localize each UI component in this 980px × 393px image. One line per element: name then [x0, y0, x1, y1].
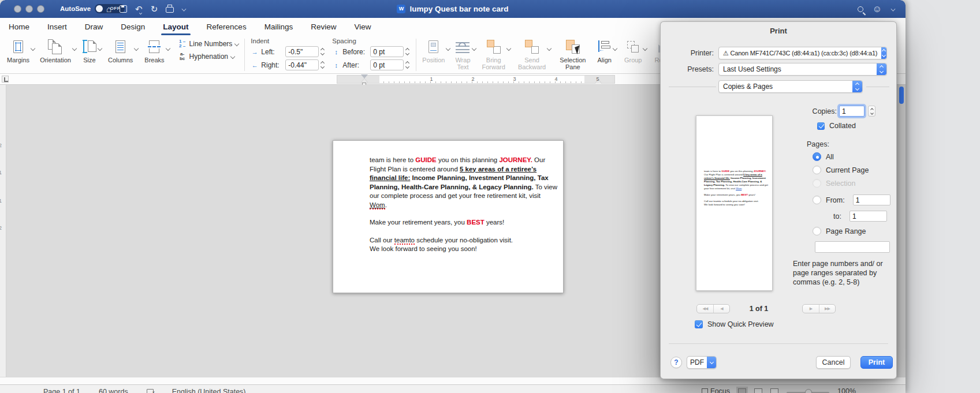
hanging-indent-marker[interactable]: [361, 78, 368, 83]
orientation-icon: [48, 39, 63, 54]
section-divider: [866, 87, 889, 87]
zoom-level[interactable]: 100%: [837, 387, 856, 393]
hyphenation-icon: a- bc: [178, 52, 187, 61]
indent-right-input[interactable]: [285, 59, 319, 70]
spacing-before-input[interactable]: [370, 46, 404, 57]
web-layout-view-button[interactable]: [754, 388, 762, 393]
tab-insert[interactable]: Insert: [47, 19, 68, 35]
page-range-radio[interactable]: [813, 227, 821, 235]
printer-dropdown[interactable]: ⚠ Canon MF741C/743C (d8:44:a1) (ca:cb:3c…: [718, 47, 887, 59]
help-button[interactable]: ?: [670, 357, 682, 368]
chevron-down-icon[interactable]: [182, 7, 187, 12]
ruler-number: 5: [596, 76, 599, 82]
margins-button[interactable]: Margins: [7, 38, 29, 64]
size-button[interactable]: Size: [83, 38, 96, 64]
horizontal-ruler[interactable]: 12345: [337, 75, 615, 84]
group-label: Group: [624, 57, 642, 64]
print-layout-view-button[interactable]: [738, 388, 746, 393]
print-button[interactable]: Print: [860, 356, 893, 369]
text-run: you on this planning: [729, 170, 754, 173]
chevron-down-icon[interactable]: [891, 7, 896, 12]
to-page-input[interactable]: [849, 211, 887, 222]
first-page-button[interactable]: ◀◀: [697, 305, 713, 313]
pages-current-radio[interactable]: [813, 166, 821, 174]
send-backward-label: Send Backward: [518, 57, 546, 70]
tab-references[interactable]: References: [206, 19, 247, 35]
pdf-menu-button[interactable]: PDF: [687, 356, 717, 369]
send-backward-button: Send Backward: [518, 38, 546, 70]
tab-design[interactable]: Design: [120, 19, 146, 35]
to-label: to:: [833, 212, 841, 220]
indent-group: Indent → Left: ← Right:: [251, 38, 324, 73]
page-count-status[interactable]: Page 1 of 1: [43, 388, 80, 393]
search-icon[interactable]: [858, 6, 863, 12]
tab-stop-selector[interactable]: [2, 76, 9, 83]
undo-icon[interactable]: ↶: [135, 5, 143, 13]
from-page-input[interactable]: [853, 194, 890, 205]
document-page[interactable]: team is here to GUIDE you on this planni…: [333, 140, 564, 293]
hyphenation-button[interactable]: a- bc Hyphenation: [178, 52, 239, 61]
spacing-after-input[interactable]: [370, 59, 404, 70]
pages-all-radio[interactable]: [813, 152, 821, 161]
spacing-after-stepper[interactable]: [406, 62, 409, 68]
text-run: We look forward to seeing you soon!: [370, 245, 477, 252]
language-status[interactable]: English (United States): [172, 388, 246, 393]
indent-left-input[interactable]: [285, 46, 319, 57]
next-page-button[interactable]: ▶: [803, 305, 819, 313]
spacing-group: Spacing ↕ Before: ↕ After:: [332, 38, 409, 73]
indent-group-title: Indent: [251, 38, 324, 44]
tab-draw[interactable]: Draw: [84, 19, 104, 35]
vertical-scrollbar-thumb[interactable]: [899, 87, 904, 104]
section-dropdown[interactable]: Copies & Pages: [718, 80, 863, 93]
word-count-status[interactable]: 60 words: [99, 388, 128, 393]
save-icon[interactable]: [120, 5, 127, 13]
zoom-window-button[interactable]: [37, 5, 44, 13]
align-label: Align: [597, 57, 611, 64]
document-text[interactable]: team is here to GUIDE you on this planni…: [370, 156, 559, 254]
print-icon[interactable]: [166, 7, 174, 13]
collated-checkbox[interactable]: [817, 122, 825, 130]
last-page-button[interactable]: ▶▶: [819, 305, 835, 313]
tab-view[interactable]: View: [353, 19, 371, 35]
indent-right-stepper[interactable]: [321, 62, 324, 68]
align-button[interactable]: ← Align: [597, 38, 611, 64]
redo-icon[interactable]: ↻: [151, 5, 158, 13]
tab-mailings[interactable]: Mailings: [264, 19, 294, 35]
tab-layout[interactable]: Layout: [162, 19, 189, 35]
copies-stepper[interactable]: [868, 106, 875, 117]
feedback-smiley-icon[interactable]: ☺: [873, 5, 882, 14]
chevron-down-icon: [446, 46, 450, 51]
line-numbers-button[interactable]: 1 – 2 – Line Numbers: [178, 39, 239, 48]
outline-view-button[interactable]: [770, 388, 778, 393]
pages-from-radio[interactable]: [813, 196, 821, 204]
spacing-after-icon: ↕: [332, 62, 340, 69]
spellcheck-status-icon[interactable]: [147, 389, 154, 393]
focus-mode-button[interactable]: Focus: [702, 387, 730, 393]
show-quick-preview-checkbox[interactable]: [695, 320, 703, 328]
selection-pane-button[interactable]: Selection Pane: [560, 38, 586, 70]
minimize-window-button[interactable]: [25, 5, 33, 13]
presets-dropdown[interactable]: Last Used Settings: [718, 63, 887, 76]
indent-left-stepper[interactable]: [321, 48, 324, 55]
spacing-before-stepper[interactable]: [406, 48, 409, 55]
selection-pane-label: Selection Pane: [560, 57, 586, 70]
home-icon[interactable]: ⌂: [106, 5, 111, 13]
cancel-button[interactable]: Cancel: [816, 356, 851, 369]
printer-value: ⚠ Canon MF741C/743C (d8:44:a1) (ca:cb:3c…: [719, 50, 881, 57]
text-run: JOURNEY.: [499, 156, 532, 163]
tab-home[interactable]: Home: [8, 19, 30, 35]
dialog-divider: [669, 343, 888, 344]
zoom-slider-knob[interactable]: [805, 389, 812, 393]
spacing-before-label: Before:: [342, 48, 368, 56]
first-line-indent-marker[interactable]: [361, 74, 368, 78]
close-window-button[interactable]: [14, 5, 21, 13]
group-button: Group: [624, 38, 642, 64]
orientation-button[interactable]: Orientation: [40, 38, 71, 64]
breaks-button[interactable]: Breaks: [144, 38, 164, 64]
columns-button[interactable]: Columns: [108, 38, 133, 64]
tab-review[interactable]: Review: [310, 19, 337, 35]
page-range-input[interactable]: [815, 241, 890, 253]
previous-page-button[interactable]: ◀: [713, 305, 729, 313]
group-icon: [626, 40, 640, 54]
copies-input[interactable]: [839, 106, 865, 117]
